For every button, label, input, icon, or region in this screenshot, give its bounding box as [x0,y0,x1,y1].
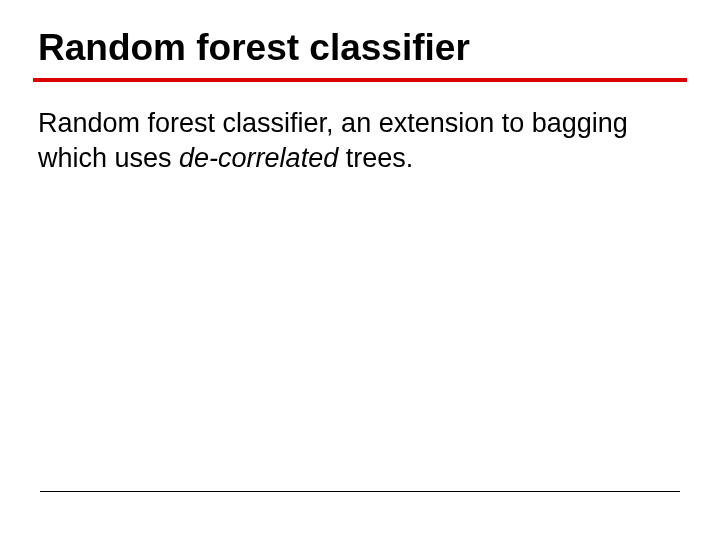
bottom-divider [40,491,680,492]
slide-container: Random forest classifier Random forest c… [0,0,720,540]
body-italic: de-correlated [179,143,338,173]
slide-title: Random forest classifier [38,26,682,78]
slide-body: Random forest classifier, an extension t… [38,106,682,176]
title-underline [33,78,687,82]
body-part2: trees. [338,143,413,173]
